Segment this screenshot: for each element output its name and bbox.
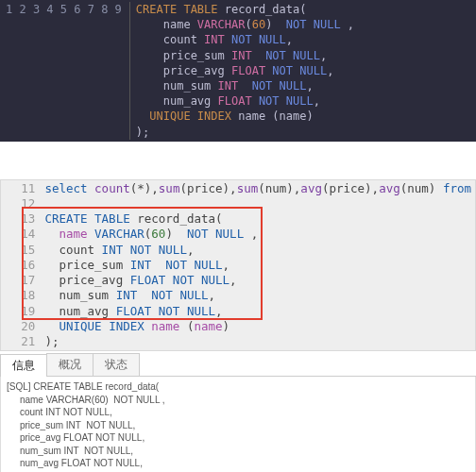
dark-code-block: 1 2 3 4 5 6 7 8 9 CREATE TABLE record_da… xyxy=(0,0,476,142)
sql-output: [SQL] CREATE TABLE record_data( name VAR… xyxy=(0,377,476,472)
light-gutter: 11 12 13 14 15 16 17 18 19 20 21 xyxy=(1,181,41,350)
light-code-block[interactable]: 11 12 13 14 15 16 17 18 19 20 21 select … xyxy=(0,179,476,352)
spacer xyxy=(0,142,476,179)
tab-status[interactable]: 状态 xyxy=(93,353,140,376)
dark-gutter: 1 2 3 4 5 6 7 8 9 xyxy=(0,2,130,140)
dark-lines: CREATE TABLE record_data( name VARCHAR(6… xyxy=(130,2,360,140)
light-lines: select count(*),sum(price),sum(num),avg(… xyxy=(41,181,475,350)
tab-summary[interactable]: 概况 xyxy=(46,353,94,376)
output-tabs: 信息 概况 状态 xyxy=(0,351,476,377)
tab-info[interactable]: 信息 xyxy=(0,354,47,377)
